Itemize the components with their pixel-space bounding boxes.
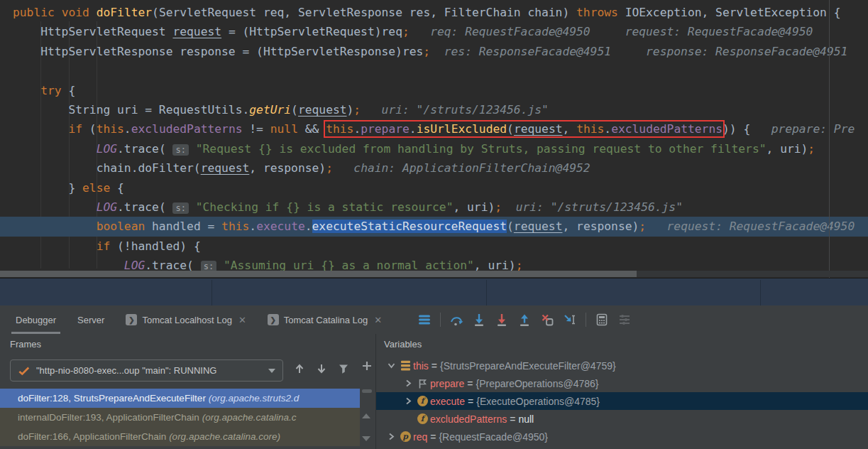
- frames-panel-title: Frames: [10, 334, 41, 355]
- variables-panel-title: Variables: [384, 334, 422, 355]
- tab-server[interactable]: Server: [77, 305, 104, 334]
- tab-label: Tomcat Catalina Log: [284, 315, 368, 325]
- variable-name: excludedPatterns: [430, 413, 507, 425]
- step-out-icon[interactable]: [517, 313, 532, 327]
- chevron-right-icon[interactable]: [385, 433, 397, 440]
- flag-icon: [414, 378, 430, 389]
- frame-row[interactable]: doFilter:166, ApplicationFilterChain (or…: [0, 427, 360, 446]
- tab-label: Debugger: [16, 315, 56, 325]
- highlight-red-box: this.prepare.isUrlExcluded(request, this…: [326, 122, 723, 136]
- variable-name: req: [413, 431, 427, 443]
- console-icon: ❯: [268, 314, 279, 325]
- right-margin-guide: [829, 0, 830, 278]
- step-over-icon[interactable]: [449, 313, 463, 327]
- code-lines: public void doFilter(ServletRequest req,…: [0, 3, 868, 271]
- next-frame-icon[interactable]: [314, 362, 329, 376]
- console-icon: ❯: [126, 314, 137, 325]
- frames-list: doFilter:128, StrutsPrepareAndExecuteFil…: [0, 389, 360, 446]
- run-to-cursor-icon[interactable]: [563, 313, 577, 327]
- frame-row[interactable]: internalDoFilter:193, ApplicationFilterC…: [0, 408, 360, 427]
- frame-row[interactable]: doFilter:128, StrutsPrepareAndExecuteFil…: [0, 389, 360, 408]
- variable-row-excludedPatterns[interactable]: fexcludedPatterns=null: [376, 410, 868, 428]
- variable-name: prepare: [430, 378, 464, 389]
- frame-method: doFilter:128, StrutsPrepareAndExecuteFil…: [18, 393, 209, 404]
- execution-line: boolean handled = this.execute.executeSt…: [0, 217, 868, 236]
- code-line: LOG.trace( s: "Assuming uri {} as a norm…: [0, 256, 868, 271]
- variable-row-this[interactable]: this={StrutsPrepareAndExecuteFilter@4759…: [376, 357, 868, 374]
- thread-selector-label: "http-nio-8080-exec...oup "main": RUNNIN…: [36, 365, 263, 376]
- add-icon[interactable]: [360, 359, 374, 373]
- variable-name: execute: [430, 396, 465, 407]
- toolbar-divider: [440, 313, 441, 327]
- thread-selector[interactable]: "http-nio-8080-exec...oup "main": RUNNIN…: [10, 359, 283, 382]
- variable-row-execute[interactable]: fexecute={ExecuteOperations@4785}: [376, 392, 868, 410]
- tab-label: Tomcat Localhost Log: [142, 315, 231, 325]
- scroll-up-icon[interactable]: [362, 413, 370, 418]
- debug-toolbar: [417, 305, 632, 334]
- toolbar-divider: [586, 313, 586, 327]
- frame-method: doFilter:166, ApplicationFilterChain: [18, 431, 169, 442]
- chevron-down-icon[interactable]: [385, 362, 397, 369]
- code-line: HttpServletResponse response = (HttpServ…: [0, 42, 868, 61]
- equals-sign: =: [432, 360, 437, 372]
- code-line: chain.doFilter(request, response); chain…: [0, 158, 868, 178]
- variable-value: {ExecuteOperations@4785}: [476, 396, 600, 407]
- previous-frame-icon[interactable]: [292, 362, 307, 376]
- variable-name: this: [413, 360, 429, 372]
- equals-sign: =: [468, 396, 473, 407]
- scrollbar-thumb[interactable]: [0, 271, 637, 277]
- param-icon: p: [397, 431, 413, 442]
- variable-value: {PrepareOperations@4786}: [476, 378, 598, 389]
- code-line: public void doFilter(ServletRequest req,…: [0, 3, 868, 22]
- divider: [211, 280, 212, 306]
- tab-tomcat-catalina-log[interactable]: ❯Tomcat Catalina Log✕: [268, 305, 382, 334]
- trace-stream-icon: [617, 313, 632, 327]
- scrollbar-thumb[interactable]: [362, 389, 372, 393]
- code-line: HttpServletRequest request = (HttpServle…: [0, 22, 868, 41]
- frame-method: internalDoFilter:193, ApplicationFilterC…: [18, 412, 202, 423]
- equals-sign: =: [510, 413, 515, 425]
- chevron-right-icon[interactable]: [402, 379, 414, 387]
- close-icon[interactable]: ✕: [238, 315, 246, 325]
- divider: [486, 280, 487, 306]
- variable-value: {StrutsPrepareAndExecuteFilter@4759}: [440, 360, 616, 372]
- scroll-down-icon[interactable]: [362, 436, 370, 441]
- code-line: LOG.trace( s: "Checking if {} is a stati…: [0, 198, 868, 217]
- field-icon: f: [414, 396, 430, 406]
- variable-value: null: [518, 413, 534, 425]
- chevron-down-icon: [268, 369, 275, 373]
- ide-window: public void doFilter(ServletRequest req,…: [0, 0, 868, 449]
- restore-layout-icon[interactable]: [417, 313, 432, 327]
- code-line: if (this.excludedPatterns != null && thi…: [0, 119, 868, 139]
- tab-debugger[interactable]: Debugger: [16, 305, 56, 334]
- filter-frames-icon[interactable]: [336, 362, 351, 376]
- divider: [760, 280, 761, 306]
- equals-sign: =: [430, 431, 436, 443]
- frame-location: (org.apache.catalina.core): [169, 431, 280, 442]
- force-step-into-icon[interactable]: [495, 313, 509, 327]
- debug-tabbar: DebuggerServer❯Tomcat Localhost Log✕❯Tom…: [0, 305, 868, 335]
- field-icon: f: [414, 413, 430, 424]
- step-into-icon[interactable]: [472, 313, 486, 327]
- variables-tree: this={StrutsPrepareAndExecuteFilter@4759…: [376, 357, 868, 445]
- this-icon: [397, 360, 413, 372]
- code-editor[interactable]: public void doFilter(ServletRequest req,…: [0, 0, 868, 271]
- variable-row-req[interactable]: preq={RequestFacade@4950}: [376, 428, 868, 445]
- code-line: [0, 61, 868, 80]
- drop-frame-icon[interactable]: [540, 313, 554, 327]
- frames-panel: "http-nio-8080-exec...oup "main": RUNNIN…: [0, 355, 375, 449]
- evaluate-expression-icon[interactable]: [595, 313, 609, 327]
- variable-value: {RequestFacade@4950}: [439, 431, 548, 443]
- panel-headers: Frames Variables: [0, 334, 868, 356]
- check-icon: [18, 364, 31, 377]
- frames-scroll-strip: [360, 355, 375, 449]
- variables-panel: this={StrutsPrepareAndExecuteFilter@4759…: [376, 355, 868, 449]
- frame-location: (org.apache.struts2.d: [209, 393, 300, 404]
- chevron-right-icon[interactable]: [402, 397, 414, 405]
- code-line: if (!handled) {: [0, 237, 868, 256]
- variable-row-prepare[interactable]: prepare={PrepareOperations@4786}: [376, 374, 868, 392]
- editor-horizontal-scrollbar[interactable]: [0, 271, 868, 277]
- equals-sign: =: [467, 378, 473, 389]
- tab-tomcat-localhost-log[interactable]: ❯Tomcat Localhost Log✕: [126, 305, 246, 334]
- close-icon[interactable]: ✕: [374, 315, 382, 325]
